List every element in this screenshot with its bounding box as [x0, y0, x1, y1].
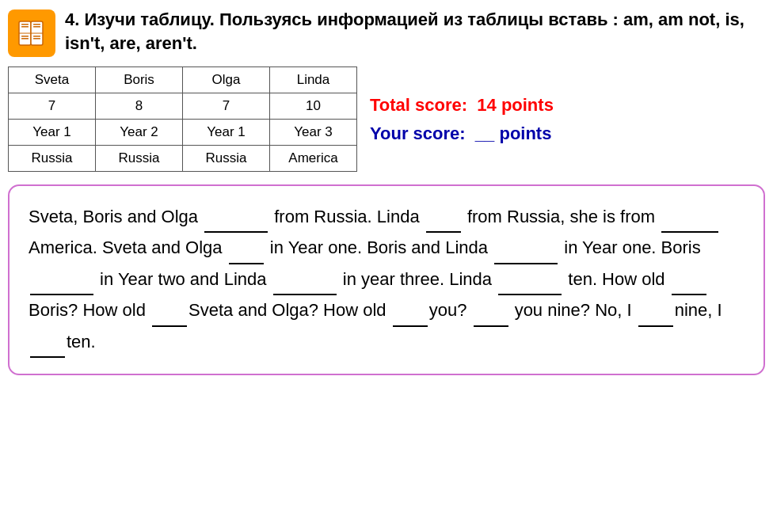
table-cell: 10 [270, 93, 357, 120]
table-cell: Boris [96, 67, 183, 93]
header-section: 4. Изучи таблицу. Пользуясь информацией … [8, 8, 765, 57]
table-cell: Year 1 [9, 120, 96, 146]
exercise-box: Sveta, Boris and Olga from Russia. Linda… [8, 184, 765, 375]
data-table: Sveta Boris Olga Linda 7 8 7 10 Year 1 Y… [8, 66, 357, 172]
blank-3 [661, 202, 718, 233]
total-score: Total score: 14 points [370, 91, 554, 119]
table-cell: Russia [96, 146, 183, 172]
blank-4 [229, 233, 264, 264]
blank-14 [30, 327, 65, 358]
blank-1 [204, 202, 268, 233]
table-row: 7 8 7 10 [9, 93, 357, 120]
blank-7 [273, 264, 337, 295]
table-cell: 7 [183, 93, 270, 120]
blank-13 [638, 295, 673, 326]
score-box: Total score: 14 points Your score: __ po… [370, 91, 554, 146]
blank-9 [672, 264, 706, 295]
svg-rect-10 [33, 38, 40, 40]
table-cell: America [270, 146, 357, 172]
exercise-text: Sveta, Boris and Olga from Russia. Linda… [29, 207, 722, 352]
instruction-text: 4. Изучи таблицу. Пользуясь информацией … [65, 8, 765, 55]
table-cell: Sveta [9, 67, 96, 93]
blank-8 [498, 264, 562, 295]
table-cell: Year 2 [96, 120, 183, 146]
table-cell: Year 3 [270, 120, 357, 146]
table-row: Year 1 Year 2 Year 1 Year 3 [9, 120, 357, 146]
blank-11 [393, 295, 428, 326]
page: 4. Изучи таблицу. Пользуясь информацией … [0, 0, 773, 532]
blank-12 [474, 295, 508, 326]
your-score: Your score: __ points [370, 120, 554, 147]
your-score-value: __ points [475, 124, 552, 143]
table-cell: 8 [96, 93, 183, 120]
svg-rect-4 [21, 26, 29, 28]
table-cell: Year 1 [183, 120, 270, 146]
table-cell: Russia [9, 146, 96, 172]
table-row: Sveta Boris Olga Linda [9, 67, 357, 93]
svg-rect-8 [21, 38, 29, 40]
svg-rect-6 [33, 26, 40, 28]
total-score-value: 14 points [477, 95, 554, 115]
blank-5 [494, 233, 558, 264]
total-score-label: Total score: [370, 95, 467, 115]
svg-rect-7 [21, 36, 29, 37]
book-icon [8, 10, 55, 57]
your-score-label: Your score: [370, 124, 466, 143]
svg-rect-3 [21, 24, 29, 25]
table-score-row: Sveta Boris Olga Linda 7 8 7 10 Year 1 Y… [8, 66, 765, 172]
blank-10 [152, 295, 187, 326]
svg-rect-9 [33, 36, 40, 37]
table-cell: Linda [270, 67, 357, 93]
table-cell: Russia [183, 146, 270, 172]
svg-rect-5 [33, 24, 40, 25]
table-cell: 7 [9, 93, 96, 120]
blank-6 [30, 264, 93, 295]
blank-2 [426, 202, 461, 233]
table-row: Russia Russia Russia America [9, 146, 357, 172]
table-cell: Olga [183, 67, 270, 93]
